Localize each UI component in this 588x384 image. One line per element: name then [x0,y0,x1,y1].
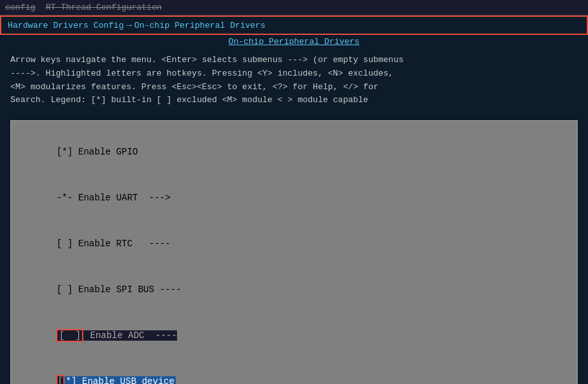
breadcrumb-bar: Hardware Drivers Config → On-chip Periph… [0,16,588,35]
breadcrumb-part1: Hardware Drivers Config [8,21,123,30]
help-line4: Search. Legend: [*] built-in [ ] exclude… [10,94,578,107]
title-config: config [5,3,36,12]
help-line2: ---->. Highlighted letters are hotkeys. … [10,67,578,81]
list-item[interactable]: [ ] Enable SPI BUS ---- [24,267,564,313]
list-item[interactable]: [*] Enable GPIO [24,129,564,175]
title-bar: config RT Thread Configuration [0,0,588,16]
breadcrumb-part2: On-chip Peripheral Drivers [134,21,266,30]
menu-box: [*] Enable GPIO -*- Enable UART ---> [ ]… [10,120,578,384]
item-prefix: [ ] Enable SPI BUS ---- [56,284,181,295]
main-area: [*] Enable GPIO -*- Enable UART ---> [ ]… [0,112,588,384]
item-usb-bracket: [ [56,375,64,384]
item-prefix: [ ] Enable RTC ---- [56,239,170,249]
help-line1: Arrow keys navigate the menu. <Enter> se… [10,54,578,67]
list-item[interactable]: [ ] Enable RTC ---- [24,221,564,267]
help-line3: <M> modularizes features. Press <Esc><Es… [10,81,578,94]
breadcrumb-arrow1: → [126,20,131,30]
item-prefix: [*] Enable GPIO [56,147,138,157]
help-text-block: Arrow keys navigate the menu. <Enter> se… [0,48,588,112]
item-adc-label: Enable ADC ---- [83,330,177,341]
item-adc-bracket: [ ] [56,329,83,342]
list-item[interactable]: [*] Enable USB device [24,359,564,384]
page-subtitle: On-chip Peripheral Drivers [0,35,588,48]
item-usb-selected: *] Enable USB device [65,376,176,384]
title-rtthread: RT Thread Configuration [46,3,162,12]
item-prefix: -*- Enable UART ---> [56,193,170,203]
list-item[interactable]: [ ] Enable ADC ---- [24,313,564,359]
list-item[interactable]: -*- Enable UART ---> [24,175,564,220]
